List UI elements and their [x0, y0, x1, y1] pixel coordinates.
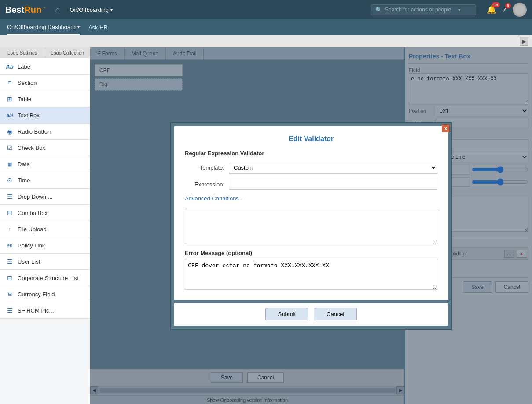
tab-logo-collection[interactable]: Logo Collection: [45, 47, 90, 58]
sfhcm-icon: ☰: [5, 306, 14, 315]
corpstructure-icon: ⊟: [5, 273, 14, 282]
sidebar-item-dropdown[interactable]: ☰ Drop Down ...: [0, 189, 90, 205]
search-icon: 🔍: [375, 7, 382, 13]
modal-cancel-button[interactable]: Cancel: [314, 308, 357, 320]
sidebar-item-radio[interactable]: ◉ Radio Button: [0, 124, 90, 140]
textbox-icon: abl: [5, 111, 14, 120]
chevron-down-icon: ▾: [77, 25, 80, 29]
advanced-conditions-container: Advanced Conditions...: [185, 195, 437, 205]
main-layout: Logo Settings Logo Collection Ab Label ≡…: [0, 47, 532, 404]
sidebar-item-table[interactable]: ⊞ Table: [0, 91, 90, 107]
sidebar-item-policylink[interactable]: ab Policy Link: [0, 237, 90, 254]
date-icon: ▦: [5, 160, 14, 168]
sidebar-tabs: Logo Settings Logo Collection: [0, 47, 90, 58]
policylink-icon: ab: [5, 241, 14, 250]
expression-label: Expression:: [185, 181, 224, 188]
checkbox-icon: ☑: [5, 143, 14, 152]
error-message-label: Error Message (optional): [185, 250, 437, 256]
sidebar-item-userlist[interactable]: ☰ User List: [0, 254, 90, 270]
label-icon: Ab: [5, 62, 14, 71]
content-area: F Forms Mail Queue Audit Trail CPF Digi …: [90, 47, 532, 404]
toolbar-band: ▶: [0, 35, 532, 47]
modal-submit-button[interactable]: Submit: [265, 308, 308, 320]
modal-window: x Edit Validator Regular Expression Vali…: [170, 122, 452, 330]
sidebar-item-textbox[interactable]: abl Text Box: [0, 107, 90, 124]
avatar[interactable]: [513, 3, 527, 17]
logo: BestRun ~: [5, 5, 46, 15]
currency-icon: ⊞: [5, 290, 14, 298]
sidebar-item-corpstructure[interactable]: ⊟ Corporate Structure List: [0, 270, 90, 286]
sidebar-item-time[interactable]: ⊙ Time: [0, 172, 90, 189]
secondary-navigation: On/Offboarding Dashboard ▾ Ask HR: [0, 19, 532, 35]
sidebar-item-sfhcm[interactable]: ☰ SF HCM Pic...: [0, 302, 90, 319]
radio-icon: ◉: [5, 127, 14, 136]
search-dropdown-icon[interactable]: ▾: [458, 7, 460, 12]
tasks-icon[interactable]: ✓ 9: [502, 6, 507, 14]
template-row: Template: Custom Email Phone SSN: [185, 162, 437, 174]
expand-button[interactable]: ▶: [520, 37, 528, 46]
table-icon: ⊞: [5, 95, 14, 103]
modal-section-title: Regular Expression Validator: [185, 150, 437, 157]
sidebar: Logo Settings Logo Collection Ab Label ≡…: [0, 47, 90, 404]
top-navigation: BestRun ~ ⌂ On/Offboarding ▾ 🔍 ▾ 🔔 19 ✓ …: [0, 0, 532, 19]
expression-input[interactable]: ^\d{3}\.\d{3}\.\d{3}\-\d{2}$: [229, 179, 437, 190]
template-label: Template:: [185, 164, 224, 171]
chevron-down-icon: ▾: [110, 7, 113, 12]
modal-close-button[interactable]: x: [442, 124, 450, 132]
sidebar-item-checkbox[interactable]: ☑ Check Box: [0, 140, 90, 156]
notification-area: 🔔 19 ✓ 9: [487, 3, 527, 17]
sidebar-item-section[interactable]: ≡ Section: [0, 75, 90, 91]
combobox-icon: ⊟: [5, 208, 14, 217]
nav-ask-hr[interactable]: Ask HR: [88, 21, 108, 34]
template-select[interactable]: Custom Email Phone SSN: [229, 162, 437, 174]
tab-logo-settings[interactable]: Logo Settings: [0, 47, 45, 58]
modal-title: Edit Validator: [185, 135, 437, 143]
search-input[interactable]: [385, 7, 455, 13]
section-icon: ≡: [5, 78, 14, 87]
fileupload-icon: ↑: [5, 225, 14, 233]
conditions-textarea-modal[interactable]: [185, 209, 437, 244]
modal-footer: Submit Cancel: [174, 303, 448, 326]
time-icon: ⊙: [5, 176, 14, 185]
sidebar-item-combobox[interactable]: ⊟ Combo Box: [0, 205, 90, 221]
nav-dashboard[interactable]: On/Offboarding Dashboard ▾: [7, 20, 80, 35]
sidebar-item-date[interactable]: ▦ Date: [0, 156, 90, 172]
logo-cloud-icon: ~: [43, 6, 45, 10]
home-button[interactable]: ⌂: [53, 5, 63, 15]
search-bar: 🔍 ▾: [371, 4, 476, 15]
modal-overlay: x Edit Validator Regular Expression Vali…: [90, 47, 532, 404]
userlist-icon: ☰: [5, 257, 14, 266]
modal-header-bar: [171, 123, 451, 126]
sidebar-item-label[interactable]: Ab Label: [0, 58, 90, 75]
notification-bell[interactable]: 🔔 19: [487, 5, 496, 15]
sidebar-item-fileupload[interactable]: ↑ File Upload: [0, 221, 90, 237]
nav-onoffboarding[interactable]: On/Offboarding ▾: [70, 7, 113, 13]
advanced-conditions-link[interactable]: Advanced Conditions...: [185, 195, 244, 202]
modal-body: Edit Validator Regular Expression Valida…: [174, 126, 448, 300]
expression-row: Expression: ^\d{3}\.\d{3}\.\d{3}\-\d{2}$: [185, 179, 437, 190]
sidebar-item-currency[interactable]: ⊞ Currency Field: [0, 286, 90, 302]
dropdown-icon: ☰: [5, 192, 14, 201]
error-message-textarea[interactable]: CPF dever estar no formato XXX.XXX.XXX-X…: [185, 259, 437, 290]
